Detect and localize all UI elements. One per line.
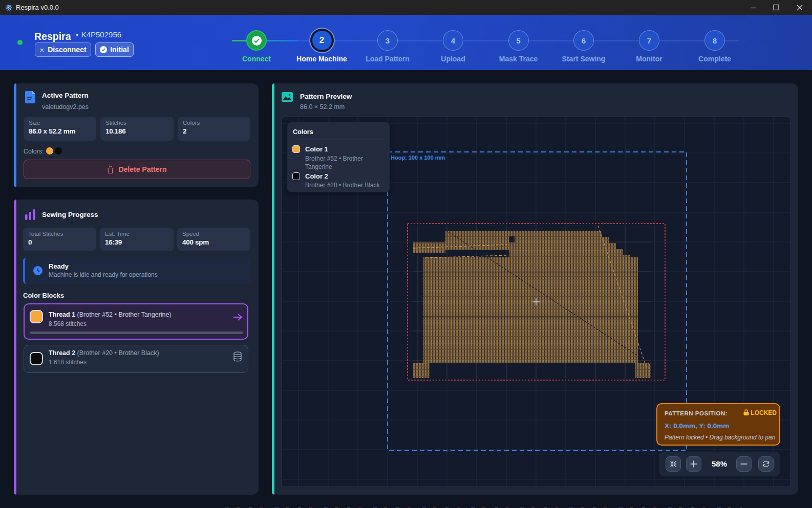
svg-text:Hoop: 100 x 100 mm: Hoop: 100 x 100 mm <box>391 154 445 161</box>
